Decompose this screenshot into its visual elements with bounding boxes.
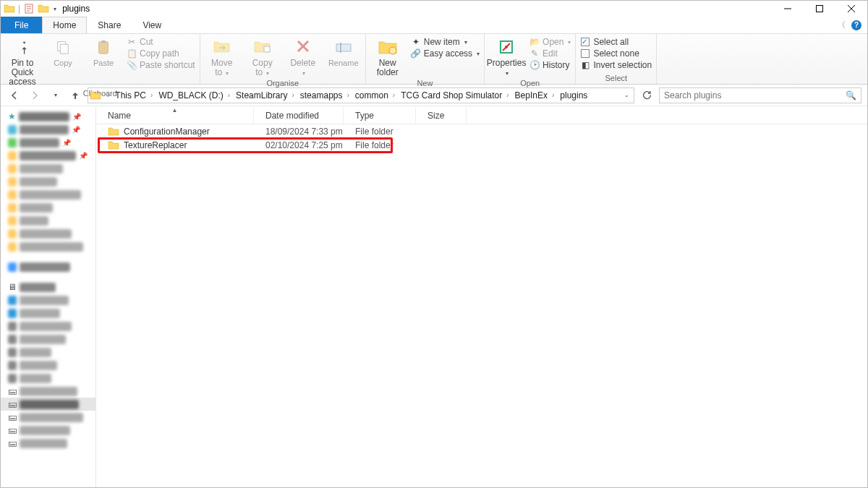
- new-folder-button[interactable]: Newfolder: [370, 35, 405, 77]
- folder-icon: [108, 140, 119, 150]
- folder-icon: [108, 127, 119, 137]
- maximize-button[interactable]: [804, 1, 835, 17]
- help-icon[interactable]: ?: [851, 20, 861, 30]
- new-folder-icon: [378, 37, 398, 57]
- breadcrumb-item[interactable]: BepInEx›: [512, 90, 558, 100]
- properties-qat-icon[interactable]: [23, 3, 35, 14]
- column-type[interactable]: Type: [344, 107, 416, 124]
- file-date: 18/09/2024 7:33 pm: [254, 127, 344, 137]
- window-title: plugins: [62, 4, 90, 14]
- delete-icon: [293, 37, 313, 57]
- file-rows: ConfigurationManager 18/09/2024 7:33 pm …: [96, 124, 867, 487]
- recent-locations-button[interactable]: ▾: [47, 87, 63, 103]
- up-button[interactable]: [67, 87, 83, 103]
- group-new: Newfolder ✦New item▾ 🔗Easy access▾ New: [366, 34, 485, 84]
- column-date[interactable]: Date modified: [254, 107, 344, 124]
- chevron-down-icon[interactable]: ⌄: [624, 92, 629, 98]
- properties-button[interactable]: Properties▾: [489, 35, 524, 77]
- tab-share[interactable]: Share: [87, 17, 132, 33]
- breadcrumb-item[interactable]: This PC›: [112, 90, 156, 100]
- new-item-icon: ✦: [411, 37, 421, 47]
- search-input[interactable]: [664, 90, 846, 100]
- paste-button[interactable]: Paste: [86, 35, 121, 67]
- cut-icon: ✂: [127, 37, 137, 47]
- copy-to-button[interactable]: Copyto ▾: [245, 35, 280, 77]
- navigation-pane[interactable]: ★📌 📌 📌 📌 🖥 🖴 🖴 🖴 🖴 🖴: [1, 107, 96, 487]
- title-bar: | ▾ plugins: [1, 1, 867, 17]
- svg-rect-6: [60, 44, 68, 53]
- pin-to-quick-access-button[interactable]: Pin to Quickaccess: [5, 35, 40, 87]
- svg-rect-2: [817, 6, 823, 12]
- folder-icon: [90, 90, 101, 101]
- paste-icon: [93, 37, 114, 57]
- move-to-icon: [212, 37, 232, 57]
- select-all-button[interactable]: Select all: [580, 37, 652, 47]
- qat-dropdown-icon[interactable]: ▾: [54, 6, 56, 12]
- tab-file[interactable]: File: [1, 17, 42, 33]
- new-item-button[interactable]: ✦New item▾: [411, 37, 480, 47]
- svg-point-16: [505, 46, 508, 48]
- open-icon: 📂: [529, 37, 540, 47]
- paste-shortcut-button[interactable]: 📎Paste shortcut: [127, 60, 195, 70]
- paste-shortcut-icon: 📎: [127, 60, 137, 70]
- copy-button[interactable]: Copy: [46, 35, 80, 67]
- column-name[interactable]: Name▲: [96, 107, 254, 124]
- group-organise: Moveto ▾ Copyto ▾ Delete▾ Rename Organis…: [200, 34, 366, 84]
- group-label-select: Select: [580, 72, 652, 84]
- svg-rect-8: [101, 40, 106, 43]
- easy-access-button[interactable]: 🔗Easy access▾: [411, 48, 480, 59]
- open-button[interactable]: 📂Open▾: [529, 37, 571, 47]
- history-icon: 🕑: [529, 60, 540, 70]
- table-row[interactable]: ConfigurationManager 18/09/2024 7:33 pm …: [96, 124, 867, 138]
- easy-access-icon: 🔗: [411, 48, 421, 59]
- address-bar: ▾ › This PC› WD_BLACK (D:)› SteamLibrary…: [1, 85, 867, 106]
- svg-rect-7: [99, 42, 109, 53]
- select-all-icon: [580, 37, 590, 47]
- folder-icon: [4, 3, 15, 14]
- collapse-ribbon-icon[interactable]: 〈: [838, 20, 846, 30]
- select-none-button[interactable]: Select none: [580, 48, 652, 59]
- refresh-button[interactable]: [639, 87, 655, 103]
- forward-button[interactable]: [27, 87, 43, 103]
- column-size[interactable]: Size: [416, 107, 467, 124]
- breadcrumb-item[interactable]: SteamLibrary›: [233, 90, 297, 100]
- delete-button[interactable]: Delete▾: [286, 35, 320, 77]
- search-icon: 🔍: [846, 90, 856, 100]
- close-button[interactable]: [835, 1, 867, 17]
- file-date: 02/10/2024 7:25 pm: [254, 140, 344, 150]
- search-box[interactable]: 🔍: [659, 87, 861, 103]
- svg-rect-12: [336, 44, 351, 51]
- breadcrumb-item[interactable]: plugins: [557, 90, 590, 100]
- tab-view[interactable]: View: [132, 17, 172, 33]
- pin-icon: [12, 37, 33, 57]
- qat-separator: |: [18, 4, 20, 14]
- column-headers: Name▲ Date modified Type Size: [96, 107, 867, 124]
- copy-path-icon: 📋: [127, 48, 137, 59]
- svg-rect-9: [264, 46, 270, 52]
- file-type: File folder: [344, 127, 416, 137]
- sort-ascending-icon: ▲: [172, 107, 178, 114]
- breadcrumb-item[interactable]: WD_BLACK (D:)›: [156, 90, 233, 100]
- rename-icon: [333, 37, 354, 57]
- table-row[interactable]: TextureReplacer 02/10/2024 7:25 pm File …: [96, 138, 867, 152]
- move-to-button[interactable]: Moveto ▾: [205, 35, 239, 77]
- breadcrumb-item[interactable]: TCG Card Shop Simulator›: [398, 90, 511, 100]
- breadcrumb-bar[interactable]: › This PC› WD_BLACK (D:)› SteamLibrary› …: [88, 87, 634, 103]
- minimize-button[interactable]: [772, 1, 804, 17]
- tab-home[interactable]: Home: [42, 17, 87, 33]
- main-area: ★📌 📌 📌 📌 🖥 🖴 🖴 🖴 🖴 🖴 Name▲ Date modified: [1, 107, 867, 487]
- group-open: Properties▾ 📂Open▾ ✎Edit 🕑History Open: [485, 34, 576, 84]
- edit-button[interactable]: ✎Edit: [529, 48, 571, 59]
- breadcrumb-item[interactable]: common›: [352, 90, 398, 100]
- copy-path-button[interactable]: 📋Copy path: [127, 48, 195, 59]
- rename-button[interactable]: Rename: [326, 35, 361, 67]
- svg-point-14: [389, 47, 396, 54]
- history-button[interactable]: 🕑History: [529, 60, 571, 70]
- folder-qat-icon[interactable]: [38, 3, 49, 14]
- back-button[interactable]: [7, 87, 22, 103]
- edit-icon: ✎: [529, 48, 540, 59]
- cut-button[interactable]: ✂Cut: [127, 37, 195, 47]
- invert-selection-button[interactable]: ◧Invert selection: [580, 60, 652, 70]
- breadcrumb-item[interactable]: steamapps›: [297, 90, 352, 100]
- file-type: File folder: [344, 140, 416, 150]
